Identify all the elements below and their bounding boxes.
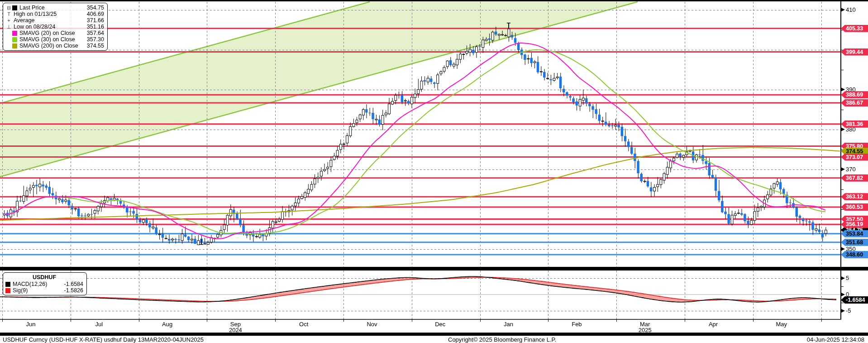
last-price-swatch-icon [12, 5, 17, 10]
price-axis-label-chip: 351.68 [841, 239, 868, 246]
x-axis-year-label: 2025 [639, 327, 652, 333]
y-axis-tick-label: 370 [846, 166, 856, 173]
chart-canvas[interactable] [0, 0, 868, 343]
price-axis-label-chip: -1.6584 [841, 296, 868, 304]
legend-value: 371.66 [82, 17, 104, 24]
legend-row-sig[interactable]: Sig(9) -1.5826 [5, 287, 83, 294]
legend-label: Average [12, 17, 82, 24]
smavg200-swatch-icon [12, 43, 17, 48]
macd-axis-tick-label: -5 [846, 307, 851, 314]
legend-label: High on 01/13/25 [12, 11, 82, 17]
x-axis-year-label: 2024 [229, 327, 242, 333]
x-axis-month-label: Jun [26, 321, 36, 328]
legend-value: -1.6584 [62, 281, 83, 287]
price-axis-label-chip: 353.84 [841, 230, 868, 237]
x-axis-month-label: Jul [95, 321, 103, 328]
price-axis-label-chip: 356.19 [841, 221, 868, 228]
price-axis-label-chip: 399.44 [841, 48, 868, 56]
legend-row-smavg200[interactable]: SMAVG (200) on Close 374.55 [5, 43, 104, 49]
y-axis-tick-label: 410 [846, 6, 856, 13]
price-axis-label-chip: 348.60 [841, 251, 868, 258]
legend-value: -1.5826 [62, 287, 83, 294]
price-axis-label-chip: 367.82 [841, 174, 868, 182]
high-marker-icon: T [5, 12, 12, 17]
legend-label: SMAVG (200) on Close [18, 43, 82, 49]
price-axis-label-chip: 386.67 [841, 99, 868, 106]
macd-swatch-icon [5, 282, 10, 287]
price-axis-label-chip: 405.33 [841, 25, 868, 32]
x-axis-month-label: Dec [435, 321, 445, 328]
average-marker-icon: + [5, 18, 12, 23]
security-description: USDHUF Curncy (USD-HUF X-RATE) usdhuf Da… [3, 336, 204, 343]
legend-value: 406.69 [82, 11, 104, 17]
legend-value: 351.16 [82, 24, 104, 30]
legend-row-smavg30[interactable]: SMAVG (30) on Close 357.30 [5, 36, 104, 43]
bloomberg-chart-window: ⊟ Last Price 354.75 T High on 01/13/25 4… [0, 0, 868, 343]
smavg20-swatch-icon [12, 31, 17, 36]
legend-row-average[interactable]: + Average 371.66 [5, 17, 104, 24]
x-axis-month-label: Apr [709, 321, 718, 328]
status-bar: USDHUF Curncy (USD-HUF X-RATE) usdhuf Da… [0, 336, 868, 343]
price-axis-label-chip: 388.69 [841, 91, 868, 98]
legend-label: Last Price [18, 5, 82, 11]
legend-row-smavg20[interactable]: SMAVG (20) on Close 357.64 [5, 30, 104, 36]
low-marker-icon: ⊥ [5, 24, 12, 29]
tree-expander-icon[interactable]: ⊟ [5, 5, 12, 10]
price-axis-label-chip: 381.36 [841, 121, 868, 128]
x-axis-month-label: Aug [162, 321, 172, 328]
smavg30-swatch-icon [12, 37, 17, 42]
price-axis-label-chip: 373.07 [841, 154, 868, 161]
macd-axis-tick-label: 5 [846, 275, 849, 281]
legend-label: SMAVG (30) on Close [18, 36, 82, 43]
x-axis-month-label: Feb [572, 321, 582, 328]
copyright-text: Copyright© 2025 Bloomberg Finance L.P. [448, 336, 556, 343]
legend-label: MACD(12,26) [11, 281, 62, 287]
x-axis-month-label: Jan [504, 321, 513, 328]
legend-row-high[interactable]: T High on 01/13/25 406.69 [5, 11, 104, 17]
legend-value: 357.64 [82, 30, 104, 36]
legend-row-last-price[interactable]: ⊟ Last Price 354.75 [5, 5, 104, 11]
macd-legend-title: USDHUF [5, 274, 83, 281]
macd-legend-box: USDHUF MACD(12,26) -1.6584 Sig(9) -1.582… [3, 272, 87, 295]
timestamp: 04-Jun-2025 12:34:08 [807, 336, 864, 343]
price-axis-label-chip: 360.53 [841, 203, 868, 211]
legend-value: 357.30 [82, 36, 104, 43]
sig-swatch-icon [5, 288, 10, 293]
price-axis-label-chip: 363.12 [841, 193, 868, 200]
legend-label: SMAVG (20) on Close [18, 30, 82, 36]
x-axis-month-label: Nov [367, 321, 377, 328]
legend-row-macd[interactable]: MACD(12,26) -1.6584 [5, 281, 83, 287]
legend-row-low[interactable]: ⊥ Low on 08/28/24 351.16 [5, 24, 104, 30]
x-axis-month-label: Oct [299, 321, 308, 328]
legend-value: 374.55 [82, 43, 104, 49]
price-legend-box: ⊟ Last Price 354.75 T High on 01/13/25 4… [3, 3, 108, 51]
x-axis-month-label: May [776, 321, 787, 328]
legend-label: Low on 08/28/24 [12, 24, 82, 30]
legend-value: 354.75 [82, 5, 104, 11]
legend-label: Sig(9) [11, 287, 62, 294]
